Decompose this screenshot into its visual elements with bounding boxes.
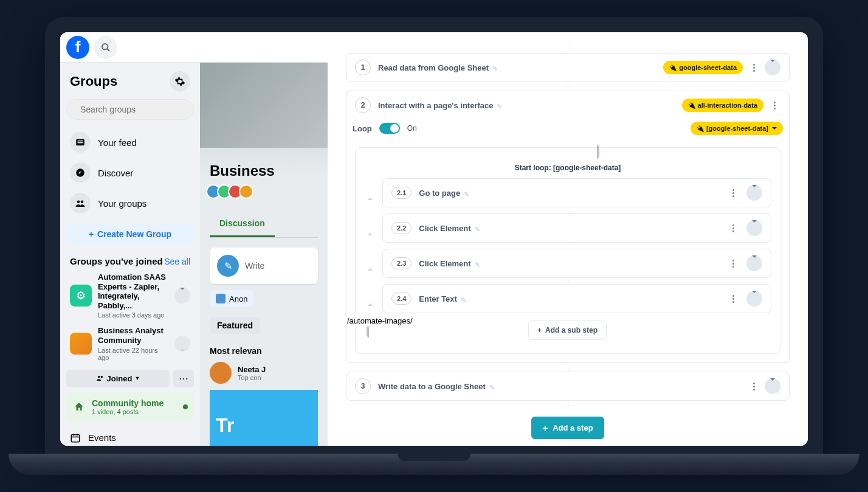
see-all-link[interactable]: See all [164, 257, 190, 266]
write-post-box[interactable]: ✎ Write [210, 248, 318, 284]
events-label: Events [88, 432, 116, 443]
data-badge[interactable]: all-interaction-data [682, 99, 763, 112]
nav-your-feed[interactable]: Your feed [66, 127, 194, 158]
kebab-icon[interactable] [727, 220, 739, 236]
write-placeholder: Write [245, 261, 264, 271]
kebab-icon[interactable] [727, 185, 739, 201]
post-content: Tr [210, 390, 318, 446]
group-item-business-analyst[interactable]: Business Analyst Community Last active 2… [66, 322, 194, 364]
compass-icon [70, 162, 91, 183]
facebook-logo[interactable]: f [66, 36, 89, 59]
svg-point-10 [81, 201, 84, 204]
substep-number: 2.3 [391, 257, 412, 269]
substep-2-3: 2.3 Click Element [382, 249, 771, 278]
svg-rect-6 [78, 142, 83, 144]
facebook-search-icon[interactable] [94, 36, 117, 59]
substep-number: 2.2 [391, 222, 412, 234]
edit-icon[interactable] [461, 295, 468, 302]
step-title: Interact with a page's interface [378, 101, 675, 110]
loop-source-badge[interactable]: [google-sheet-data] [691, 122, 783, 135]
svg-point-9 [77, 201, 80, 204]
step-number: 3 [355, 378, 371, 394]
notification-dot [183, 404, 188, 409]
kebab-icon[interactable] [727, 291, 739, 307]
group-page-title: Business [210, 162, 318, 179]
group-name: Automation SAAS Experts - Zapier, Integr… [98, 272, 168, 310]
plug-icon [669, 64, 677, 71]
more-button[interactable]: ⋯ [173, 370, 194, 387]
collapse-icon[interactable] [746, 220, 762, 236]
move-up-icon[interactable] [368, 293, 373, 304]
joined-button[interactable]: Joined ▼ [66, 370, 170, 387]
calendar-icon [70, 432, 81, 443]
groups-sidebar: Groups Your feed [60, 63, 200, 446]
sort-label[interactable]: Most relevan [210, 346, 318, 356]
anon-icon [216, 294, 226, 303]
move-up-icon[interactable] [368, 258, 373, 269]
group-name: Business Analyst Community [98, 326, 168, 345]
events-item[interactable]: Events [66, 426, 194, 446]
author-avatar [210, 362, 232, 384]
create-group-button[interactable]: Create New Group [66, 224, 194, 244]
stray-path-text: /automate-images/ [346, 315, 414, 327]
cover-photo [200, 63, 328, 148]
facebook-panel: f Groups [60, 32, 328, 446]
group-avatar: ⚙ [70, 285, 92, 307]
edit-icon[interactable] [475, 224, 482, 232]
post-author: Neeta J Top con [210, 362, 318, 384]
svg-point-0 [102, 44, 108, 49]
substep-number: 2.1 [391, 187, 412, 199]
add-step-button[interactable]: Add a step [531, 417, 604, 439]
edit-icon[interactable] [492, 64, 500, 71]
plus-icon [542, 423, 548, 433]
collapse-icon[interactable] [746, 255, 762, 271]
step-title: Read data from Google Sheet [378, 63, 656, 72]
group-content: Business Discussion ✎ Write A [200, 63, 328, 446]
chevron-down-icon[interactable] [174, 288, 190, 303]
substep-2-1: 2.1 Go to page [382, 178, 771, 207]
chevron-up-icon[interactable] [174, 336, 190, 352]
kebab-icon[interactable] [727, 255, 739, 271]
collapse-icon[interactable] [765, 60, 780, 75]
facebook-topbar: f [60, 32, 328, 63]
gear-icon[interactable] [170, 71, 190, 92]
community-home[interactable]: Community home 1 video, 4 posts [66, 392, 194, 421]
loop-toggle[interactable] [379, 123, 400, 134]
toggle-on-label: On [407, 124, 417, 133]
add-substep-button[interactable]: + Add a sub step [528, 320, 607, 340]
kebab-icon[interactable] [748, 60, 760, 75]
search-groups-input-wrap[interactable] [66, 99, 194, 120]
svg-line-1 [107, 49, 109, 51]
edit-icon[interactable] [475, 260, 482, 267]
group-item-automation[interactable]: ⚙ Automation SAAS Experts - Zapier, Inte… [66, 269, 194, 322]
loop-container: Start loop: [google-sheet-data] 2.1 Go t… [355, 147, 780, 354]
kebab-icon[interactable] [748, 378, 760, 394]
edit-icon[interactable] [497, 102, 504, 109]
group-avatar [70, 333, 92, 355]
search-groups-input[interactable] [80, 105, 187, 114]
tab-discussion[interactable]: Discussion [210, 211, 275, 237]
loop-start-label: Start loop: [google-sheet-data] [356, 158, 780, 178]
move-up-icon[interactable] [368, 187, 373, 198]
substep-2-4: 2.4 Enter Text [382, 284, 771, 313]
featured-chip[interactable]: Featured [210, 317, 260, 334]
collapse-icon[interactable] [746, 291, 762, 307]
nav-your-groups[interactable]: Your groups [66, 188, 194, 218]
kebab-icon[interactable] [768, 97, 780, 113]
nav-discover[interactable]: Discover [66, 158, 194, 188]
data-badge[interactable]: google-sheet-data [663, 61, 743, 74]
home-icon [74, 401, 84, 412]
collapse-icon[interactable] [746, 185, 762, 201]
step-title: Write data to a Google Sheet [378, 382, 740, 391]
nav-label: Your groups [98, 198, 146, 209]
anonymous-chip[interactable]: Anon [210, 290, 253, 307]
automation-panel: /automate-images/ 1 Read data from Googl… [328, 32, 808, 446]
nav-label: Your feed [98, 137, 137, 148]
edit-icon[interactable] [489, 383, 497, 390]
collapse-icon[interactable] [765, 378, 780, 394]
move-up-icon[interactable] [368, 223, 373, 234]
edit-icon[interactable] [464, 189, 471, 196]
svg-rect-5 [78, 140, 83, 142]
feed-icon [70, 132, 91, 153]
svg-point-11 [97, 376, 100, 378]
